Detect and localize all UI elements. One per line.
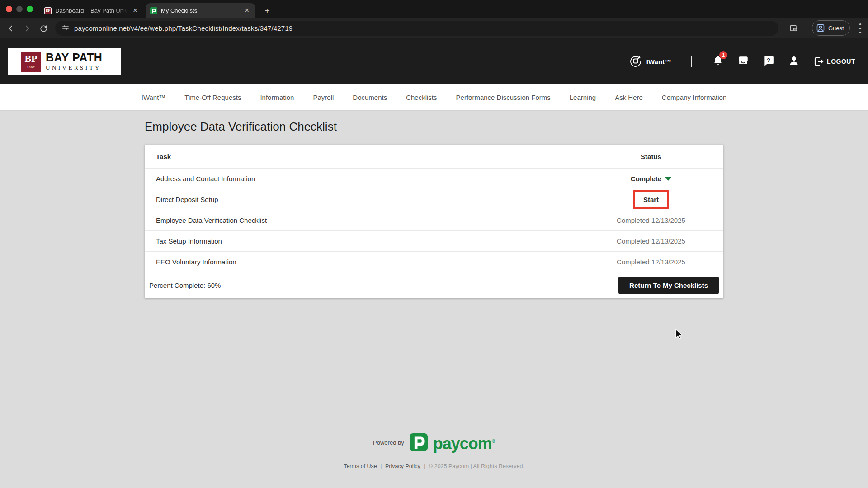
nav-ask-here[interactable]: Ask Here bbox=[615, 94, 643, 101]
reload-icon[interactable] bbox=[37, 22, 50, 35]
return-to-checklists-button[interactable]: Return To My Checklists bbox=[618, 277, 719, 294]
profile-button[interactable]: Guest bbox=[812, 20, 850, 36]
inbox-tray-icon bbox=[737, 55, 749, 66]
table-header-row: Task Status bbox=[145, 145, 723, 169]
checklist-table: Task Status Address and Contact Informat… bbox=[145, 145, 723, 298]
nav-documents[interactable]: Documents bbox=[353, 94, 387, 101]
status-text: Completed 12/13/2025 bbox=[579, 258, 723, 266]
table-row: Tax Setup Information Completed 12/13/20… bbox=[145, 231, 723, 252]
tab-dashboard[interactable]: BP Dashboard – Bay Path Univers ✕ bbox=[40, 3, 144, 18]
window-close-button[interactable] bbox=[6, 6, 12, 12]
app-header: BP 1897 BAY PATH UNIVERSITY IWant™ 1 ? bbox=[0, 38, 868, 84]
browser-toolbar: paycomonline.net/v4/ee/web.php/TaskCheck… bbox=[0, 18, 868, 38]
table-row: Employee Data Verification Checklist Com… bbox=[145, 210, 723, 231]
help-bubble-icon: ? bbox=[763, 55, 774, 66]
task-label: Direct Deposit Setup bbox=[145, 196, 579, 203]
table-row: EEO Voluntary Information Completed 12/1… bbox=[145, 252, 723, 272]
powered-by-paycom: Powered by paycom® bbox=[0, 433, 868, 452]
profile-menu-button[interactable] bbox=[788, 55, 800, 68]
task-label: EEO Voluntary Information bbox=[145, 258, 579, 266]
inbox-button[interactable] bbox=[737, 55, 749, 68]
nav-iwant[interactable]: IWant™ bbox=[142, 94, 166, 101]
url-text: paycomonline.net/v4/ee/web.php/TaskCheck… bbox=[74, 24, 293, 32]
task-label: Employee Data Verification Checklist bbox=[145, 216, 579, 224]
window-minimize-button[interactable] bbox=[16, 6, 23, 12]
baypath-favicon-icon: BP bbox=[44, 7, 52, 14]
column-header-status: Status bbox=[579, 153, 723, 160]
toolbar-divider bbox=[806, 23, 806, 33]
site-nav: IWant™ Time-Off Requests Information Pay… bbox=[0, 84, 868, 110]
nav-company-information[interactable]: Company Information bbox=[662, 94, 726, 101]
logout-button[interactable]: LOGOUT bbox=[813, 56, 855, 67]
paycom-wordmark: paycom® bbox=[433, 433, 495, 452]
logo-line1: BAY PATH bbox=[46, 52, 102, 63]
status-text: Completed 12/13/2025 bbox=[579, 216, 723, 224]
iwant-icon bbox=[629, 55, 642, 69]
logout-label: LOGOUT bbox=[827, 58, 855, 65]
header-divider bbox=[691, 56, 692, 67]
task-label: Address and Contact Information bbox=[145, 175, 579, 183]
baypath-monogram-icon: BP 1897 bbox=[21, 52, 41, 72]
legal-footer: Terms of Use | Privacy Policy | © 2025 P… bbox=[0, 463, 868, 469]
tab-title: Dashboard – Bay Path Univers bbox=[55, 7, 127, 14]
complete-status-dropdown[interactable]: Complete bbox=[631, 175, 671, 183]
tab-title: My Checklists bbox=[161, 7, 239, 14]
nav-learning[interactable]: Learning bbox=[570, 94, 596, 101]
browser-menu-icon[interactable]: ••• bbox=[856, 22, 865, 34]
new-tab-button[interactable]: + bbox=[261, 5, 273, 17]
site-info-icon[interactable] bbox=[61, 23, 70, 33]
page-title: Employee Data Verification Checklist bbox=[145, 120, 337, 134]
table-footer-row: Percent Complete: 60% Return To My Check… bbox=[145, 272, 723, 298]
forward-icon[interactable] bbox=[21, 22, 33, 35]
paycom-favicon-icon bbox=[150, 7, 157, 14]
person-icon bbox=[788, 55, 800, 66]
profile-label: Guest bbox=[828, 25, 844, 32]
baypath-logo[interactable]: BP 1897 BAY PATH UNIVERSITY bbox=[8, 48, 121, 75]
status-text: Completed 12/13/2025 bbox=[579, 237, 723, 245]
logout-icon bbox=[813, 56, 824, 67]
start-button[interactable]: Start bbox=[633, 190, 669, 209]
svg-text:?: ? bbox=[767, 57, 770, 64]
copyright-text: © 2025 Paycom | All Rights Reserved. bbox=[429, 463, 524, 469]
address-bar[interactable]: paycomonline.net/v4/ee/web.php/TaskCheck… bbox=[55, 21, 778, 36]
nav-information[interactable]: Information bbox=[260, 94, 294, 101]
tab-close-icon[interactable]: ✕ bbox=[131, 7, 139, 15]
paycom-logo-icon bbox=[410, 433, 428, 451]
logo-line2: UNIVERSITY bbox=[46, 64, 102, 71]
help-button[interactable]: ? bbox=[763, 55, 774, 68]
powered-by-label: Powered by bbox=[373, 439, 404, 446]
chevron-down-icon bbox=[665, 177, 671, 181]
tab-close-icon[interactable]: ✕ bbox=[243, 7, 251, 15]
window-zoom-button[interactable] bbox=[27, 6, 33, 12]
table-row: Address and Contact Information Complete bbox=[145, 169, 723, 189]
table-row: Direct Deposit Setup Start bbox=[145, 189, 723, 210]
tab-my-checklists[interactable]: My Checklists ✕ bbox=[146, 3, 255, 18]
privacy-policy-link[interactable]: Privacy Policy bbox=[385, 463, 420, 469]
guest-avatar-icon bbox=[816, 23, 825, 33]
nav-payroll[interactable]: Payroll bbox=[313, 94, 334, 101]
tab-search-icon[interactable] bbox=[788, 22, 800, 35]
task-label: Tax Setup Information bbox=[145, 237, 579, 245]
notifications-button[interactable]: 1 bbox=[712, 55, 724, 68]
column-header-task: Task bbox=[145, 153, 579, 160]
mouse-cursor bbox=[675, 328, 684, 341]
iwant-label: IWant™ bbox=[646, 58, 671, 66]
nav-checklists[interactable]: Checklists bbox=[406, 94, 437, 101]
percent-complete: Percent Complete: 60% bbox=[145, 282, 618, 289]
iwant-button[interactable]: IWant™ bbox=[629, 55, 671, 69]
back-icon[interactable] bbox=[5, 22, 17, 35]
nav-time-off-requests[interactable]: Time-Off Requests bbox=[184, 94, 241, 101]
nav-performance-discussion-forms[interactable]: Performance Discussion Forms bbox=[456, 94, 551, 101]
notification-badge: 1 bbox=[719, 51, 727, 59]
browser-tab-strip: BP Dashboard – Bay Path Univers ✕ My Che… bbox=[0, 0, 868, 18]
terms-of-use-link[interactable]: Terms of Use bbox=[344, 463, 377, 469]
